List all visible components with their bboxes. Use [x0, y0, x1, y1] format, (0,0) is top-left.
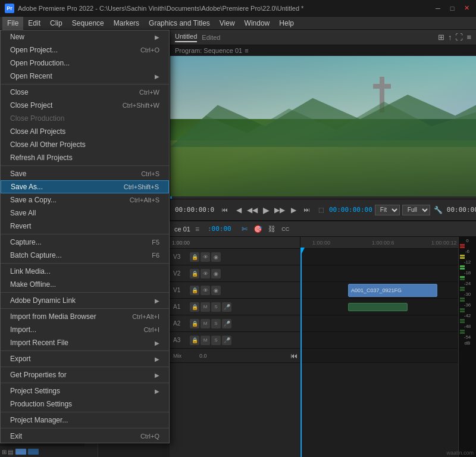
track-area-a2[interactable]	[300, 315, 458, 332]
main-layout: New ▶ Open Project... Ctrl+O Open Produc…	[0, 30, 476, 457]
track-area-v1[interactable]: A001_C037_0921FG	[300, 282, 458, 299]
menu-clip[interactable]: Clip	[45, 17, 67, 30]
tab-edited[interactable]: Edited	[202, 34, 220, 41]
track-area-v2[interactable]	[300, 265, 458, 282]
menu-open-recent[interactable]: Open Recent ▶	[1, 70, 169, 83]
btn-step-fwd[interactable]: ⏭	[301, 204, 313, 216]
track-v3-sync[interactable]: ◉	[211, 252, 221, 262]
menu-save-copy[interactable]: Save a Copy... Ctrl+Alt+S	[1, 193, 169, 206]
menu-close-project[interactable]: Close Project Ctrl+Shift+W	[1, 99, 169, 112]
clip-a1[interactable]	[348, 303, 408, 311]
menu-import[interactable]: Import... Ctrl+I	[1, 323, 169, 336]
track-v2-sync[interactable]: ◉	[211, 269, 221, 278]
btn-forward[interactable]: ▶▶	[274, 204, 286, 216]
maximize-button[interactable]: □	[447, 4, 457, 13]
menu-save[interactable]: Save Ctrl+S	[1, 167, 169, 180]
menu-open-production[interactable]: Open Production...	[1, 57, 169, 70]
track-a1-m[interactable]: M	[201, 302, 210, 312]
track-area-v3[interactable]	[300, 249, 458, 265]
mix-value: 0.0	[199, 353, 207, 359]
menu-close-others[interactable]: Close All Other Projects	[1, 138, 169, 151]
tab-untitled[interactable]: Untitled	[175, 33, 197, 42]
menu-edit[interactable]: Edit	[23, 17, 45, 30]
track-a1-lock[interactable]: 🔒	[190, 302, 199, 312]
fit-select[interactable]: Fit	[375, 205, 400, 215]
program-label-menu[interactable]: ≡	[245, 47, 248, 54]
timeline-btn-track[interactable]: 🎯	[252, 223, 264, 235]
scrubber-bar[interactable]	[170, 196, 476, 199]
btn-prev-frame[interactable]: ◀	[233, 204, 245, 216]
track-area-a3[interactable]	[300, 332, 458, 349]
timeline-btn-cc[interactable]: CC	[280, 223, 292, 235]
menu-sequence[interactable]: Sequence	[67, 17, 109, 30]
menu-view[interactable]: View	[215, 17, 240, 30]
menu-help[interactable]: Help	[274, 17, 299, 30]
menu-window[interactable]: Window	[240, 17, 275, 30]
track-v2-lock[interactable]: 🔒	[190, 269, 199, 278]
menu-make-offline[interactable]: Make Offline...	[1, 278, 169, 291]
menu-project-settings[interactable]: Project Settings ▶	[1, 384, 169, 397]
track-a2-m[interactable]: M	[201, 319, 210, 328]
track-v1-sync[interactable]: ◉	[211, 286, 221, 295]
monitor-menu[interactable]: ≡	[466, 33, 471, 42]
track-a1-mic[interactable]: 🎤	[222, 302, 231, 312]
track-a3-s[interactable]: S	[211, 336, 221, 345]
menu-capture[interactable]: Capture... F5	[1, 236, 169, 249]
menu-refresh-all[interactable]: Refresh All Projects	[1, 151, 169, 164]
monitor-fullscreen[interactable]: ⛶	[455, 33, 463, 42]
menu-import-recent[interactable]: Import Recent File ▶	[1, 336, 169, 349]
clip-v1[interactable]: A001_C037_0921FG	[348, 284, 437, 297]
track-a2-s[interactable]: S	[211, 319, 221, 328]
menu-save-as[interactable]: Save As... Ctrl+Shift+S	[1, 180, 169, 193]
menu-open-project[interactable]: Open Project... Ctrl+O	[1, 43, 169, 57]
track-a3-m[interactable]: M	[201, 336, 210, 345]
btn-wrench[interactable]: 🔧	[433, 204, 444, 216]
menu-file[interactable]: File	[2, 17, 23, 30]
menu-link-media[interactable]: Link Media...	[1, 265, 169, 278]
btn-next-frame[interactable]: ▶	[287, 204, 299, 216]
track-a2-lock[interactable]: 🔒	[190, 319, 199, 328]
menu-markers[interactable]: Markers	[109, 17, 144, 30]
monitor-icon-1[interactable]: ⊞	[438, 33, 444, 42]
btn-step-back[interactable]: ⏮	[219, 204, 231, 216]
menu-revert[interactable]: Revert	[1, 220, 169, 233]
menu-project-manager[interactable]: Project Manager...	[1, 414, 169, 427]
timeline-btn-link[interactable]: ⛓	[266, 223, 278, 235]
mix-button[interactable]: ⏮	[288, 350, 300, 362]
menu-new[interactable]: New ▶	[1, 30, 169, 43]
menu-save-all[interactable]: Save All	[1, 206, 169, 220]
menu-adobe-dynamic[interactable]: Adobe Dynamic Link ▶	[1, 294, 169, 307]
menu-close-all[interactable]: Close All Projects	[1, 125, 169, 138]
source-icon-view[interactable]: ▤	[8, 449, 13, 455]
menu-get-properties[interactable]: Get Properties for ▶	[1, 368, 169, 381]
menu-import-browser[interactable]: Import from Media Browser Ctrl+Alt+I	[1, 310, 169, 323]
track-area-a1[interactable]	[300, 299, 458, 315]
program-monitor: Untitled Edited ⊞ ↑ ⛶ ≡ Program: Sequenc…	[170, 30, 476, 220]
track-v3-eye[interactable]: 👁	[201, 252, 210, 262]
menu-graphics[interactable]: Graphics and Titles	[144, 17, 215, 30]
menu-exit[interactable]: Exit Ctrl+Q	[1, 430, 169, 443]
timeline-btn-cut[interactable]: ✄	[239, 223, 250, 235]
btn-export[interactable]: ⬚	[315, 204, 327, 216]
track-v1-lock[interactable]: 🔒	[190, 286, 199, 295]
btn-back[interactable]: ◀◀	[246, 204, 258, 216]
track-v1-eye[interactable]: 👁	[201, 286, 210, 295]
quality-select[interactable]: Full	[402, 205, 430, 215]
track-a3-mic[interactable]: 🎤	[222, 336, 231, 345]
sequence-tab[interactable]: ce 01	[174, 226, 190, 233]
menu-production-settings[interactable]: Production Settings	[1, 397, 169, 411]
track-a2-mic[interactable]: 🎤	[222, 319, 231, 328]
track-a3-lock[interactable]: 🔒	[190, 336, 199, 345]
menu-batch-capture[interactable]: Batch Capture... F6	[1, 249, 169, 262]
timeline-menu[interactable]: ≡	[195, 225, 199, 233]
track-v2-eye[interactable]: 👁	[201, 269, 210, 278]
menu-export[interactable]: Export ▶	[1, 352, 169, 365]
menu-close[interactable]: Close Ctrl+W	[1, 86, 169, 99]
close-button[interactable]: ✕	[462, 4, 471, 13]
btn-play[interactable]: ▶	[260, 204, 272, 216]
minimize-button[interactable]: ─	[433, 4, 443, 13]
track-v3-lock[interactable]: 🔒	[190, 252, 199, 262]
source-list-view[interactable]: ⊞	[2, 449, 7, 455]
monitor-icon-2[interactable]: ↑	[448, 33, 452, 42]
track-a1-s[interactable]: S	[211, 302, 221, 312]
